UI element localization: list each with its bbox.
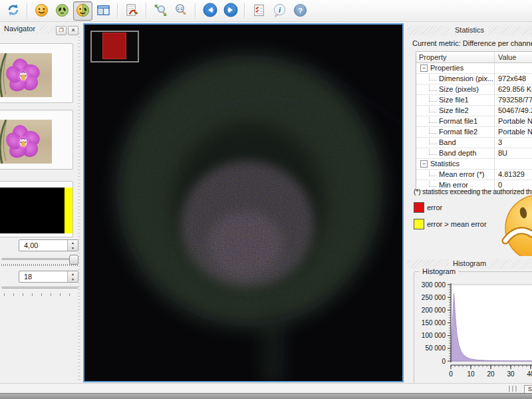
spin-down-icon[interactable]: ▼ [68, 245, 78, 251]
image1-smiley-icon [35, 3, 49, 19]
dock-splitter[interactable] [78, 33, 80, 380]
statistics-table: Property Value −Properties−Dimension (pi… [416, 51, 532, 191]
threshold-slider-handle[interactable] [69, 255, 78, 265]
info-icon: i [273, 3, 287, 19]
spin-up-icon[interactable]: ▲ [68, 271, 78, 277]
svg-text:100 000: 100 000 [422, 332, 446, 339]
svg-text:1:1: 1:1 [178, 7, 183, 11]
svg-text:30: 30 [507, 370, 515, 378]
spin-down-icon[interactable]: ▼ [68, 277, 78, 282]
property-label: Size file1 [439, 95, 469, 105]
property-value: 3 [495, 138, 532, 148]
legend-item: error [414, 202, 487, 213]
help-button[interactable]: ? [291, 1, 310, 21]
column-header-property[interactable]: Property [416, 52, 495, 63]
zoom-spinbox[interactable]: 18 ▲▼ [19, 271, 78, 283]
navigator-dock-titlebar[interactable]: Navigator ❐ ✕ [0, 25, 81, 34]
difference-image-icon [76, 3, 90, 19]
table-row[interactable]: −Format file2Portable Network [416, 127, 532, 138]
property-label: Size (pixels) [439, 84, 479, 94]
show-image1-button[interactable] [32, 1, 51, 21]
tree-branch [429, 180, 437, 187]
svg-text:10: 10 [467, 370, 475, 378]
dock-float-button[interactable]: ❐ [56, 26, 66, 35]
legend-swatch [414, 202, 424, 213]
image1-thumbnail[interactable] [0, 43, 73, 103]
zoom-slider[interactable] [1, 287, 78, 289]
svg-text:0: 0 [442, 358, 446, 365]
table-row[interactable]: −Band depth8U [416, 148, 532, 159]
column-header-value[interactable]: Value [495, 52, 532, 63]
svg-text:20: 20 [487, 370, 495, 378]
legend-item: error > mean error [414, 219, 487, 229]
tree-branch [429, 84, 437, 91]
dock-close-button[interactable]: ✕ [68, 26, 78, 35]
help-icon: ? [293, 3, 307, 19]
image2-thumbnail[interactable] [0, 110, 73, 170]
tree-branch [429, 116, 437, 123]
svg-text:150 000: 150 000 [422, 319, 446, 327]
dual-panel-button[interactable] [94, 1, 113, 21]
overview-inset[interactable] [90, 31, 139, 63]
table-row[interactable]: −Band3 [416, 138, 532, 148]
previous-image-button[interactable] [200, 1, 219, 21]
table-row[interactable]: −Format file1Portable Network [416, 116, 532, 127]
threshold-slider[interactable] [1, 258, 78, 260]
fit-to-window-button[interactable] [151, 1, 170, 21]
legend-label: error [427, 203, 442, 211]
difference-image-view[interactable] [83, 23, 404, 382]
property-label: Band depth [439, 148, 476, 158]
table-row[interactable]: −Size (pixels)629.856 Kp [416, 84, 532, 95]
svg-text:250 000: 250 000 [422, 294, 446, 301]
toolbar-separator [27, 3, 28, 18]
tree-collapse-icon[interactable]: − [420, 65, 428, 72]
histogram-chart: 050 000100 000150 000200 000250 000300 0… [414, 272, 532, 382]
table-row[interactable]: −Statistics [416, 159, 532, 170]
property-value: Portable Network [495, 127, 532, 137]
show-difference-button[interactable] [73, 1, 92, 21]
property-label: Size file2 [439, 106, 469, 116]
taskbar-edge [0, 393, 532, 399]
table-row[interactable]: −Size file1793258/774.666 KB [416, 95, 532, 106]
navigator-dock: Navigator ❐ ✕ [0, 22, 81, 383]
slider-ticks [1, 264, 78, 266]
svg-text:?: ? [298, 6, 303, 14]
table-row[interactable]: −Size file250467/49.284 KB [416, 106, 532, 116]
difference-mask-thumbnail[interactable] [0, 181, 73, 237]
tree-branch [429, 148, 437, 155]
spin-buttons[interactable]: ▲▼ [67, 240, 78, 251]
tree-collapse-icon[interactable]: − [420, 160, 428, 168]
metrics-icon [125, 3, 139, 19]
info-button[interactable]: i [270, 1, 289, 21]
spin-buttons[interactable]: ▲▼ [67, 271, 78, 282]
metrics-button[interactable] [122, 1, 142, 21]
property-value: 972x648 [495, 74, 532, 84]
view-region-marker[interactable] [102, 33, 126, 59]
toolbar-extension-grip[interactable] [509, 386, 517, 392]
property-label: Mean error (*) [439, 170, 484, 180]
refresh-icon [7, 3, 20, 18]
next-image-button[interactable] [221, 1, 240, 21]
property-value [495, 159, 532, 169]
fit-to-window-icon [154, 3, 168, 19]
threshold-spinbox[interactable]: 4,00 ▲▼ [19, 239, 78, 251]
show-image2-button[interactable] [53, 1, 72, 21]
zoom-actual-size-button[interactable]: 1:1 [172, 1, 191, 21]
table-row[interactable]: −Mean error (*)4.81329 [416, 170, 532, 180]
tree-branch [429, 138, 437, 144]
property-value: 8U [495, 148, 532, 158]
histogram-groupbox: Histogram 050 000100 000150 000200 00025… [414, 271, 532, 384]
table-header[interactable]: Property Value [416, 52, 532, 63]
table-row[interactable]: −Dimension (pix...972x648 [416, 74, 532, 84]
checklist-button[interactable] [249, 1, 269, 21]
tree-branch [429, 106, 437, 112]
property-value: 4.81329 [495, 170, 532, 180]
svg-text:40: 40 [527, 370, 532, 378]
statistics-dock-titlebar[interactable]: Statistics [407, 26, 532, 35]
property-value: 793258/774.666 KB [495, 95, 532, 105]
spin-up-icon[interactable]: ▲ [68, 240, 78, 245]
table-row[interactable]: −Properties [416, 63, 532, 74]
histogram-dock-title: Histogram [449, 259, 490, 267]
slider-ticks [4, 293, 78, 296]
refresh-button[interactable] [3, 1, 23, 21]
